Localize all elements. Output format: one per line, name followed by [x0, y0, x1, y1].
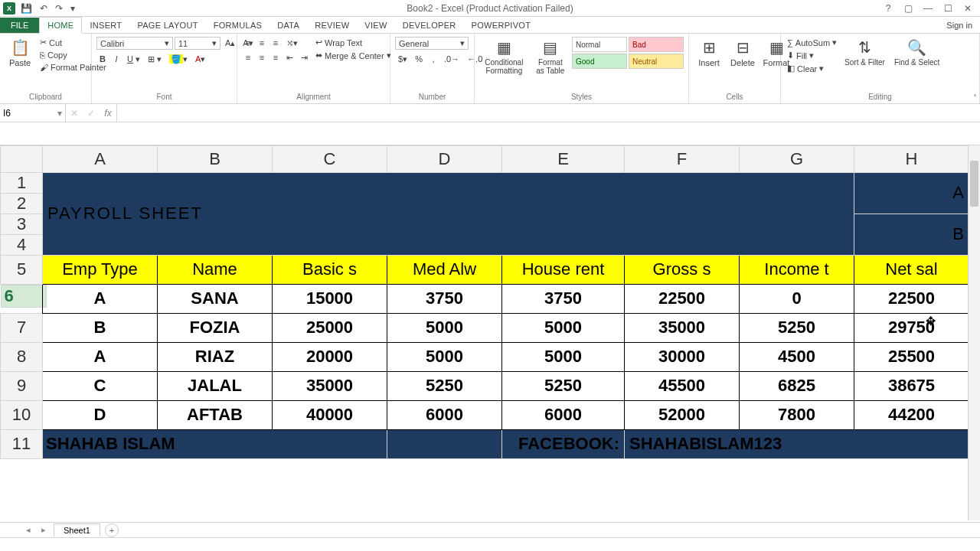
cell-D10[interactable]: 6000	[387, 400, 502, 429]
increase-decimal-button[interactable]: .0→	[441, 53, 462, 66]
increase-indent-button[interactable]: ⇥	[298, 51, 311, 64]
cell-G7[interactable]: 5250	[740, 313, 854, 342]
tab-page-layout[interactable]: PAGE LAYOUT	[129, 18, 205, 33]
cell-A7[interactable]: B	[43, 313, 158, 342]
scrollbar-thumb[interactable]	[970, 161, 978, 207]
font-name-select[interactable]: Calibri▾	[96, 37, 173, 50]
footer-fb-label[interactable]: FACEBOOK:	[502, 429, 625, 458]
rate-a-label[interactable]: A	[854, 172, 969, 214]
align-middle-button[interactable]: ≡	[256, 37, 268, 50]
spreadsheet-grid[interactable]: A B C D E F G H I 1 PAYROLL SHEET A 25% …	[0, 145, 980, 520]
hdr-emptype[interactable]: Emp Type	[43, 255, 158, 284]
close-icon[interactable]: ✕	[959, 3, 977, 14]
sort-filter-button[interactable]: ⇅Sort & Filter	[841, 37, 888, 68]
hdr-name[interactable]: Name	[158, 255, 273, 284]
cell-B6[interactable]: SANA	[158, 284, 273, 313]
col-A[interactable]: A	[43, 146, 158, 173]
italic-button[interactable]: I	[110, 53, 122, 66]
row-6[interactable]: 6	[1, 285, 47, 308]
tab-data[interactable]: DATA	[270, 18, 307, 33]
cell-E7[interactable]: 5000	[502, 313, 625, 342]
help-icon[interactable]: ?	[879, 3, 897, 14]
decrease-indent-button[interactable]: ⇤	[283, 51, 296, 64]
column-headers[interactable]: A B C D E F G H I	[1, 146, 981, 173]
cell-C7[interactable]: 25000	[273, 313, 387, 342]
paste-button[interactable]: 📋Paste	[5, 37, 35, 69]
cell-C10[interactable]: 40000	[273, 400, 387, 429]
hdr-house[interactable]: House rent	[502, 255, 625, 284]
cell-F8[interactable]: 30000	[625, 342, 740, 371]
cell-H10[interactable]: 44200	[854, 400, 969, 429]
format-as-table-button[interactable]: ▤Format as Table	[532, 37, 569, 77]
cell-A9[interactable]: C	[43, 371, 158, 400]
hdr-gross[interactable]: Gross s	[625, 255, 740, 284]
cell-H7[interactable]: 29750	[854, 313, 969, 342]
collapse-ribbon-icon[interactable]: ˄	[973, 93, 977, 102]
align-center-button[interactable]: ≡	[256, 51, 268, 64]
cell-G8[interactable]: 4500	[740, 342, 854, 371]
row-8[interactable]: 8	[1, 342, 43, 371]
cell-A6[interactable]: A	[43, 284, 158, 313]
align-right-button[interactable]: ≡	[270, 51, 282, 64]
merge-center-button[interactable]: ⬌Merge & Center ▾	[314, 50, 393, 61]
row-4[interactable]: 4	[1, 234, 43, 255]
row-11[interactable]: 11	[1, 429, 43, 458]
align-left-button[interactable]: ≡	[242, 51, 254, 64]
cell-E10[interactable]: 6000	[502, 400, 625, 429]
col-B[interactable]: B	[158, 146, 273, 173]
col-D[interactable]: D	[387, 146, 502, 173]
cell-D8[interactable]: 5000	[387, 342, 502, 371]
tab-formulas[interactable]: FORMULAS	[206, 18, 270, 33]
cell-C8[interactable]: 20000	[273, 342, 387, 371]
cell-C9[interactable]: 35000	[273, 371, 387, 400]
cell-D6[interactable]: 3750	[387, 284, 502, 313]
number-format-select[interactable]: General▾	[395, 37, 469, 50]
cell-D9[interactable]: 5250	[387, 371, 502, 400]
cell-H9[interactable]: 38675	[854, 371, 969, 400]
ribbon-options-icon[interactable]: ▢	[899, 3, 917, 14]
hdr-medalw[interactable]: Med Alw	[387, 255, 502, 284]
qat-undo-icon[interactable]: ↶	[38, 3, 50, 14]
cell-G9[interactable]: 6825	[740, 371, 854, 400]
qat-customize-icon[interactable]: ▾	[68, 3, 77, 14]
font-size-select[interactable]: 11▾	[175, 37, 220, 50]
tab-view[interactable]: VIEW	[357, 18, 394, 33]
rate-b-label[interactable]: B	[854, 214, 969, 255]
cancel-formula-icon[interactable]: ✕	[66, 108, 83, 119]
cell-E8[interactable]: 5000	[502, 342, 625, 371]
cell-B7[interactable]: FOZIA	[158, 313, 273, 342]
fx-icon[interactable]: fx	[100, 108, 116, 119]
clear-button[interactable]: ◧Clear ▾	[786, 63, 838, 74]
footer-blank[interactable]	[387, 429, 502, 458]
footer-author[interactable]: SHAHAB ISLAM	[43, 429, 387, 458]
sheet-title[interactable]: PAYROLL SHEET	[43, 172, 854, 255]
minimize-icon[interactable]: —	[919, 3, 937, 14]
hdr-income[interactable]: Income t	[740, 255, 854, 284]
find-select-button[interactable]: 🔍Find & Select	[891, 37, 942, 68]
style-good[interactable]: Good	[572, 54, 627, 69]
style-neutral[interactable]: Neutral	[629, 54, 684, 69]
formula-input[interactable]	[117, 104, 980, 122]
font-color-button[interactable]: A▾	[192, 53, 208, 66]
cell-B9[interactable]: JALAL	[158, 371, 273, 400]
style-bad[interactable]: Bad	[629, 37, 684, 52]
align-top-button[interactable]: ≡	[242, 37, 254, 50]
increase-font-button[interactable]: A▴	[222, 37, 238, 50]
new-sheet-button[interactable]: +	[105, 523, 119, 537]
cell-G10[interactable]: 7800	[740, 400, 854, 429]
cell-A10[interactable]: D	[43, 400, 158, 429]
footer-fb-id[interactable]: SHAHABISLAM123	[625, 429, 969, 458]
fill-button[interactable]: ⬇Fill ▾	[786, 50, 838, 61]
delete-cells-button[interactable]: ⊟Delete	[727, 37, 758, 69]
insert-cells-button[interactable]: ⊞Insert	[694, 37, 724, 69]
underline-button[interactable]: U ▾	[124, 53, 143, 66]
cell-H6[interactable]: 22500	[854, 284, 969, 313]
col-H[interactable]: H	[854, 146, 969, 173]
wrap-text-button[interactable]: ↩Wrap Text	[314, 37, 393, 48]
tab-powerpivot[interactable]: POWERPIVOT	[464, 18, 539, 33]
row-2[interactable]: 2	[1, 193, 43, 214]
cell-G6[interactable]: 0	[740, 284, 854, 313]
row-10[interactable]: 10	[1, 400, 43, 429]
cell-H8[interactable]: 25500	[854, 342, 969, 371]
sheet-nav-prev[interactable]: ◂	[23, 525, 34, 535]
